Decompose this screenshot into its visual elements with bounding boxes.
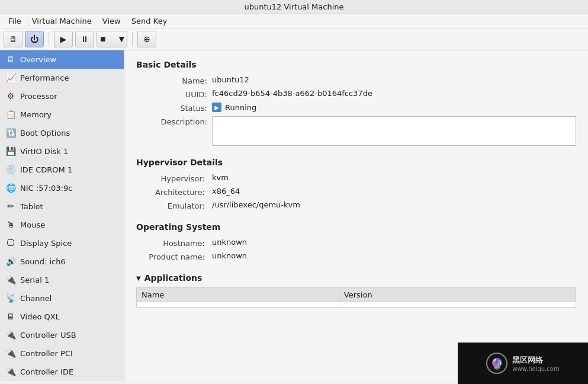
sidebar-item-sound[interactable]: 🔊 Sound: ich6 <box>0 252 124 271</box>
sidebar-label-boot-options: Boot Options <box>20 129 70 137</box>
toolbar-power-btn[interactable]: ⏻ <box>25 31 44 47</box>
sidebar-label-controller-usb: Controller USB <box>20 331 76 340</box>
sidebar-item-nic[interactable]: 🌐 NIC :57:03:9c <box>0 179 124 197</box>
menu-view[interactable]: View <box>98 15 126 27</box>
product-name-label: Product name: <box>136 251 207 261</box>
architecture-value: x86_64 <box>212 187 576 197</box>
sidebar-label-mouse: Mouse <box>20 220 45 229</box>
toolbar-stop-dropdown[interactable]: ⏹▼ <box>97 31 127 47</box>
sidebar-label-serial1: Serial 1 <box>20 276 49 284</box>
name-value: ubuntu12 <box>212 75 576 85</box>
status-label: Status: <box>136 103 207 113</box>
menubar: File Virtual Machine View Send Key <box>0 14 588 28</box>
status-value: ▶ Running <box>212 103 576 113</box>
sidebar-label-overview: Overview <box>20 55 56 64</box>
sidebar-item-controller-usb[interactable]: 🔌 Controller USB <box>0 326 124 344</box>
sidebar-label-performance: Performance <box>20 73 69 82</box>
channel-icon: 📡 <box>5 292 17 304</box>
operating-system-grid: Hostname: unknown Product name: unknown <box>136 238 576 261</box>
nic-icon: 🌐 <box>5 182 17 194</box>
sidebar-item-controller-ide[interactable]: 🔌 Controller IDE <box>0 363 124 381</box>
titlebar: ubuntu12 Virtual Machine <box>0 0 588 14</box>
toolbar-monitor-btn[interactable]: 🖥 <box>4 31 23 47</box>
table-row <box>137 302 576 308</box>
boot-options-icon: 🔃 <box>5 127 17 139</box>
description-textarea[interactable] <box>212 116 576 146</box>
toolbar-pause-btn[interactable]: ⏸ <box>75 31 94 47</box>
product-name-value: unknown <box>212 251 576 261</box>
memory-icon: 📋 <box>5 108 17 120</box>
basic-details-grid: Name: ubuntu12 UUID: fc46cd29-b654-4b38-… <box>136 75 576 146</box>
toolbar: 🖥 ⏻ ▶ ⏸ ⏹▼ ⊕ <box>0 28 588 50</box>
sidebar-item-channel[interactable]: 📡 Channel <box>0 289 124 308</box>
applications-table: Name Version <box>136 287 576 308</box>
mouse-icon: 🖱 <box>5 219 17 231</box>
collapse-icon: ▼ <box>136 275 141 281</box>
app-name-cell <box>137 302 339 308</box>
sidebar-label-video-qxl: Video QXL <box>20 312 60 321</box>
sidebar-label-display-spice: Display Spice <box>20 239 72 248</box>
sidebar-label-nic: NIC :57:03:9c <box>20 184 72 193</box>
uuid-label: UUID: <box>136 89 207 99</box>
menu-virtual-machine[interactable]: Virtual Machine <box>27 15 97 27</box>
toolbar-fullscreen-btn[interactable]: ⊕ <box>137 31 156 47</box>
emulator-value: /usr/libexec/qemu-kvm <box>212 200 576 210</box>
uuid-value: fc46cd29-b654-4b38-a662-b0164fcc37de <box>212 89 576 99</box>
controller-pci-icon: 🔌 <box>5 347 17 359</box>
sidebar-label-sound: Sound: ich6 <box>20 257 66 266</box>
hypervisor-label: Hypervisor: <box>136 173 207 183</box>
sidebar-item-boot-options[interactable]: 🔃 Boot Options <box>0 124 124 142</box>
overview-icon: 🖥 <box>5 53 17 65</box>
sound-icon: 🔊 <box>5 255 17 267</box>
sidebar-item-tablet[interactable]: ✏ Tablet <box>0 197 124 216</box>
hypervisor-details-title: Hypervisor Details <box>136 158 576 167</box>
sidebar-item-virtio-disk[interactable]: 💾 VirtIO Disk 1 <box>0 142 124 161</box>
sidebar-item-serial1[interactable]: 🔌 Serial 1 <box>0 271 124 289</box>
tablet-icon: ✏ <box>5 200 17 212</box>
virtio-disk-icon: 💾 <box>5 145 17 157</box>
toolbar-play-btn[interactable]: ▶ <box>54 31 73 47</box>
menu-send-key[interactable]: Send Key <box>127 15 172 27</box>
processor-icon: ⚙ <box>5 90 17 102</box>
sidebar-item-ide-cdrom[interactable]: 💿 IDE CDROM 1 <box>0 161 124 179</box>
sidebar-label-channel: Channel <box>20 294 52 303</box>
sidebar-label-tablet: Tablet <box>20 202 43 211</box>
sidebar: 🖥 Overview 📈 Performance ⚙ Processor 📋 M… <box>0 50 124 381</box>
applications-header[interactable]: ▼ Applications <box>136 273 576 283</box>
sidebar-label-controller-pci: Controller PCI <box>20 349 73 358</box>
sidebar-item-overview[interactable]: 🖥 Overview <box>0 50 124 69</box>
content-area: Basic Details Name: ubuntu12 UUID: fc46c… <box>124 50 588 381</box>
sidebar-item-performance[interactable]: 📈 Performance <box>0 69 124 87</box>
toolbar-separator-1 <box>49 32 49 46</box>
sidebar-label-memory: Memory <box>20 110 52 119</box>
status-running-icon: ▶ <box>212 103 221 112</box>
architecture-label: Architecture: <box>136 187 207 197</box>
sidebar-label-virtio-disk: VirtIO Disk 1 <box>20 147 68 156</box>
ide-cdrom-icon: 💿 <box>5 164 17 175</box>
sidebar-label-ide-cdrom: IDE CDROM 1 <box>20 165 72 174</box>
sidebar-item-video-qxl[interactable]: 🖥 Video QXL <box>0 308 124 326</box>
description-label: Description: <box>136 116 207 146</box>
hypervisor-value: kvm <box>212 173 576 183</box>
display-spice-icon: 🖵 <box>5 237 17 249</box>
emulator-label: Emulator: <box>136 200 207 210</box>
hostname-label: Hostname: <box>136 238 207 248</box>
app-version-cell <box>339 302 576 308</box>
sidebar-item-processor[interactable]: ⚙ Processor <box>0 87 124 105</box>
applications-title: Applications <box>144 273 203 283</box>
status-text: Running <box>225 103 256 112</box>
sidebar-item-controller-pci[interactable]: 🔌 Controller PCI <box>0 344 124 363</box>
sidebar-label-controller-ide: Controller IDE <box>20 367 73 376</box>
performance-icon: 📈 <box>5 72 17 84</box>
sidebar-item-mouse[interactable]: 🖱 Mouse <box>0 216 124 234</box>
toolbar-separator-2 <box>132 32 133 46</box>
sidebar-label-processor: Processor <box>20 92 57 101</box>
window-title: ubuntu12 Virtual Machine <box>244 2 343 11</box>
basic-details-title: Basic Details <box>136 60 576 69</box>
menu-file[interactable]: File <box>4 15 26 27</box>
serial1-icon: 🔌 <box>5 274 17 286</box>
sidebar-item-display-spice[interactable]: 🖵 Display Spice <box>0 234 124 252</box>
hostname-value: unknown <box>212 238 576 248</box>
sidebar-item-memory[interactable]: 📋 Memory <box>0 105 124 124</box>
operating-system-title: Operating System <box>136 222 576 232</box>
